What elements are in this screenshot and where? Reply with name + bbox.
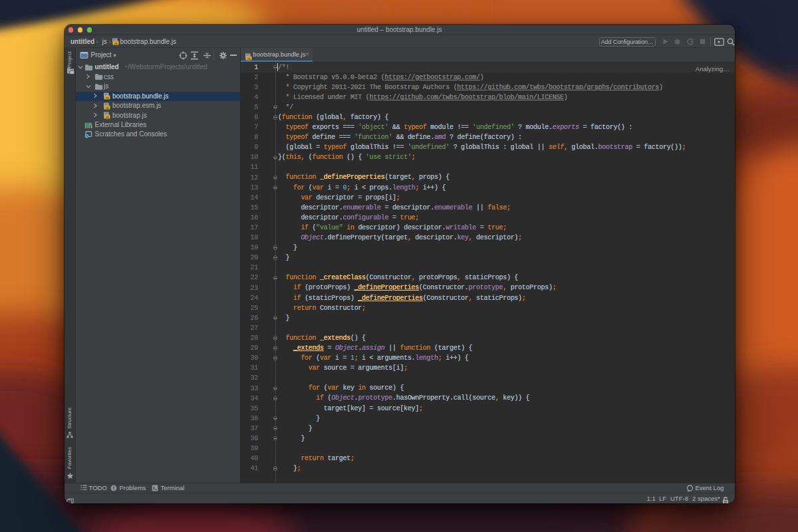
svg-text:JS: JS (105, 106, 108, 110)
svg-text:JS: JS (114, 42, 117, 45)
svg-text:JS: JS (105, 96, 108, 100)
svg-text:JS: JS (105, 116, 108, 119)
